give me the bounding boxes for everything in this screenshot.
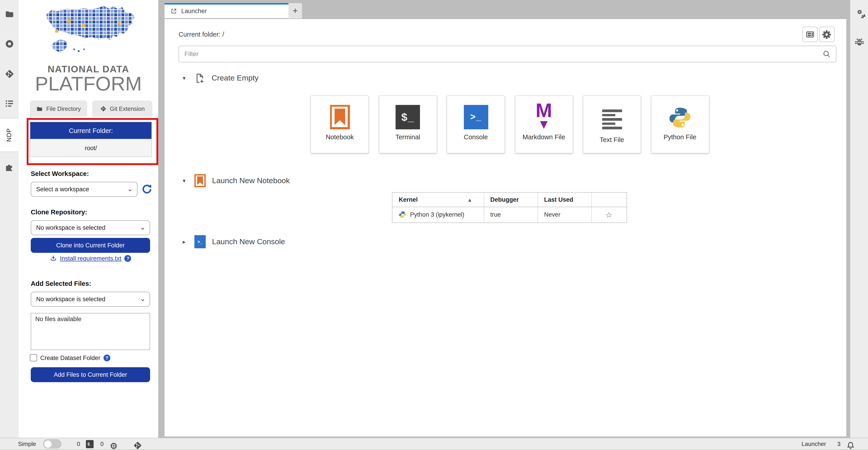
layout-icon xyxy=(805,29,815,39)
sidebar-tab-ndp[interactable]: NDP xyxy=(0,118,19,152)
chevron-down-icon: ⌄ xyxy=(140,294,146,303)
create-dataset-checkbox[interactable] xyxy=(30,354,37,361)
card-label: Markdown File xyxy=(523,133,565,141)
terminal-icon[interactable]: $_ xyxy=(86,438,94,450)
terminals-count[interactable]: 0 xyxy=(77,438,80,450)
new-tab-button[interactable]: + xyxy=(288,3,302,18)
current-folder-box: Current Folder: root/ xyxy=(30,122,152,157)
column-debugger[interactable]: Debugger xyxy=(484,193,538,207)
workspace-select[interactable]: Select a workspace ⌄ xyxy=(31,182,137,197)
terminal-icon: $_ xyxy=(396,105,420,129)
markdown-icon: M▼ xyxy=(535,100,552,129)
card-label: Python File xyxy=(663,133,696,141)
column-kernel[interactable]: Kernel ▲ xyxy=(393,193,484,207)
files-listbox[interactable]: No files available xyxy=(31,313,150,350)
property-inspector-gears-icon[interactable] xyxy=(854,6,865,18)
clone-repository-label: Clone Repository: xyxy=(31,209,87,216)
select-workspace-label: Select Workspace: xyxy=(31,170,89,177)
section-title: Create Empty xyxy=(212,73,258,83)
add-files-to-current-folder-button[interactable]: Add Files to Current Folder xyxy=(31,367,150,382)
current-folder-line: Current folder: / xyxy=(179,31,224,38)
kernel-debugger-cell: true xyxy=(484,207,538,222)
ndp-tab-label: NDP xyxy=(6,128,13,142)
refresh-icon[interactable] xyxy=(141,183,153,195)
install-requirements-row: Install requirements.txt ? xyxy=(31,254,150,262)
star-icon[interactable]: ☆ xyxy=(592,207,626,222)
folder-icon xyxy=(36,105,43,112)
kernel-row-python3[interactable]: Python 3 (ipykernel) true Never ☆ xyxy=(393,207,627,222)
kernel-last-used-cell: Never xyxy=(538,207,592,222)
section-launch-new-console[interactable]: ▸ >_ Launch New Console xyxy=(183,235,285,248)
filter-input[interactable] xyxy=(179,46,836,62)
create-dataset-row: Create Dataset Folder ? xyxy=(30,354,110,361)
card-label: Terminal xyxy=(395,133,420,141)
kernel-chip-icon[interactable] xyxy=(110,440,118,450)
git-status-icon xyxy=(133,439,143,450)
simple-mode-label: Simple xyxy=(18,438,36,450)
card-text-file[interactable]: Text File xyxy=(583,95,641,153)
section-title: Launch New Console xyxy=(212,237,285,246)
download-icon xyxy=(50,254,57,262)
kernel-table: Kernel ▲ Debugger Last Used Python 3 (ip… xyxy=(392,192,627,223)
launcher-cards-row: Notebook $_ Terminal >_ Console M▼ Markd… xyxy=(311,95,709,153)
tab-launcher[interactable]: Launcher xyxy=(164,3,293,18)
card-notebook[interactable]: Notebook xyxy=(311,95,369,153)
add-files-select-value: No workspace is selected xyxy=(36,296,105,303)
notebook-icon xyxy=(330,105,350,129)
kernel-name-cell: Python 3 (ipykernel) xyxy=(393,207,484,222)
git-icon[interactable] xyxy=(4,69,14,79)
simple-mode-toggle[interactable] xyxy=(43,438,61,450)
app-window: NDP NATIONAL DATA PLATFORM File Director… xyxy=(0,0,868,450)
console-icon: >_ xyxy=(464,105,488,129)
extensions-puzzle-icon[interactable] xyxy=(4,161,14,172)
install-requirements-link[interactable]: Install requirements.txt xyxy=(60,255,121,262)
kernels-count[interactable]: 0 xyxy=(100,438,103,450)
section-title: Launch New Notebook xyxy=(212,176,290,185)
workspace-select-value: Select a workspace xyxy=(36,186,89,193)
right-activity-bar xyxy=(850,0,868,438)
expander-open-icon: ▾ xyxy=(183,74,194,82)
current-folder-header: Current Folder: xyxy=(30,122,151,139)
column-last-used[interactable]: Last Used xyxy=(538,193,592,207)
launcher-icon xyxy=(170,8,177,15)
column-favorite xyxy=(592,193,626,207)
ndp-sidebar-panel: NATIONAL DATA PLATFORM File Directory Gi… xyxy=(19,0,158,438)
tab-git-extension-label: Git Extension xyxy=(110,105,145,112)
notifications-count[interactable]: 3 xyxy=(837,438,840,450)
section-create-empty[interactable]: ▾ Create Empty xyxy=(183,70,258,86)
settings-button[interactable] xyxy=(819,27,834,42)
card-console[interactable]: >_ Console xyxy=(447,95,505,153)
logo-title-line2: PLATFORM xyxy=(19,72,158,95)
folder-icon[interactable] xyxy=(4,9,14,19)
card-terminal[interactable]: $_ Terminal xyxy=(379,95,437,153)
bell-icon[interactable] xyxy=(846,439,855,450)
help-question-icon[interactable]: ? xyxy=(103,354,110,361)
card-markdown-file[interactable]: M▼ Markdown File xyxy=(515,95,573,153)
add-files-select[interactable]: No workspace is selected ⌄ xyxy=(31,292,150,307)
python-icon xyxy=(399,211,406,219)
tab-launcher-label: Launcher xyxy=(181,8,207,15)
gear-icon xyxy=(822,30,831,39)
create-dataset-label: Create Dataset Folder xyxy=(40,354,100,361)
debugger-bug-icon[interactable] xyxy=(854,37,865,48)
tab-git-extension[interactable]: Git Extension xyxy=(92,100,152,117)
left-activity-bar: NDP xyxy=(0,0,19,438)
help-question-icon[interactable]: ? xyxy=(125,255,131,262)
layout-toggle-button[interactable] xyxy=(802,27,817,42)
console-icon: >_ xyxy=(194,235,206,248)
chevron-down-icon: ⌄ xyxy=(127,184,133,193)
table-of-contents-icon[interactable] xyxy=(4,98,14,109)
expander-open-icon: ▾ xyxy=(183,177,194,184)
sort-ascending-icon: ▲ xyxy=(468,198,471,202)
add-selected-files-label: Add Selected Files: xyxy=(31,280,91,287)
card-python-file[interactable]: Python File xyxy=(651,95,709,153)
current-activity-label: Launcher xyxy=(802,438,826,450)
clone-repo-select[interactable]: No workspace is selected ⌄ xyxy=(31,220,150,235)
tab-file-directory[interactable]: File Directory xyxy=(30,100,87,117)
tab-file-directory-label: File Directory xyxy=(46,105,81,112)
expander-closed-icon: ▸ xyxy=(183,238,194,245)
section-launch-new-notebook[interactable]: ▾ Launch New Notebook xyxy=(183,173,290,188)
clone-into-current-folder-button[interactable]: Clone into Current Folder xyxy=(31,238,150,253)
running-sessions-icon[interactable] xyxy=(4,39,14,49)
notebook-icon xyxy=(194,174,206,187)
